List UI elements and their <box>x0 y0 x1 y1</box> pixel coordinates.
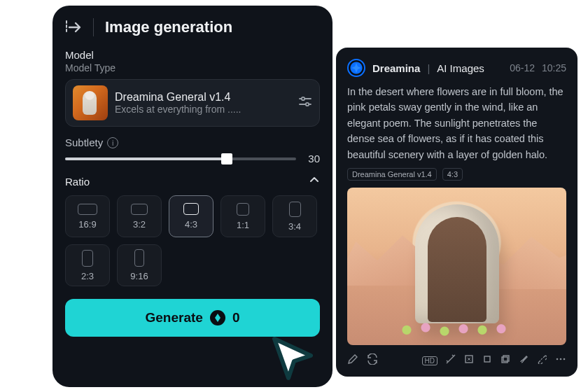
subtlety-label: Subtlety <box>65 136 103 148</box>
app-name: Dreamina <box>372 62 420 74</box>
svg-rect-3 <box>484 356 490 362</box>
expand-icon[interactable] <box>464 354 474 367</box>
brush-icon[interactable] <box>519 354 528 367</box>
credit-icon <box>210 310 225 326</box>
ratio-chip-16-9[interactable]: 16:9 <box>65 195 110 237</box>
prompt-text: In the desert where flowers are in full … <box>347 84 566 162</box>
info-icon[interactable]: i <box>107 137 118 148</box>
ratio-chip-9-16[interactable]: 9:16 <box>117 244 162 286</box>
ratio-chip-label: 9:16 <box>130 271 148 281</box>
svg-point-6 <box>556 358 559 360</box>
image-decor <box>394 316 520 340</box>
ratio-shape-icon <box>237 203 249 216</box>
ratio-label: Ratio <box>65 176 90 188</box>
ratio-chip-1-1[interactable]: 1:1 <box>220 195 265 237</box>
ratio-shape-icon <box>78 204 97 215</box>
svg-point-8 <box>564 358 566 360</box>
section-name: AI Images <box>437 62 484 74</box>
preview-tags: Dreamina General v1.44:3 <box>347 168 566 181</box>
subtlety-row: Subtlety i <box>65 136 320 148</box>
generation-panel: Image generation Model Model Type Dreami… <box>52 6 332 387</box>
model-name: Dreamina General v1.4 <box>115 91 291 104</box>
preview-card: Dreamina | AI Images 06-12 10:25 In the … <box>336 48 578 377</box>
preview-toolbar: HD <box>347 354 566 368</box>
divider <box>93 18 94 36</box>
preview-header: Dreamina | AI Images 06-12 10:25 <box>347 59 566 77</box>
ratio-shape-icon <box>82 250 93 267</box>
svg-point-0 <box>302 97 304 100</box>
generate-button[interactable]: Generate 0 <box>65 299 320 337</box>
meta: 06-12 10:25 <box>510 62 566 74</box>
model-selector[interactable]: Dreamina General v1.4 Excels at everythi… <box>65 79 320 127</box>
wand-icon[interactable] <box>446 354 456 367</box>
chevron-up-icon[interactable] <box>309 174 320 188</box>
ratio-chip-4-3[interactable]: 4:3 <box>169 195 214 237</box>
model-text: Dreamina General v1.4 Excels at everythi… <box>115 91 291 115</box>
model-desc: Excels at everything from ..... <box>115 104 291 115</box>
sliders-icon[interactable] <box>298 95 312 111</box>
ratio-header[interactable]: Ratio <box>65 174 320 188</box>
generated-image[interactable] <box>347 188 566 345</box>
ratio-shape-icon <box>131 204 148 215</box>
subtlety-value: 30 <box>304 153 320 164</box>
preview-tag: 4:3 <box>442 168 463 181</box>
crop-icon[interactable] <box>482 354 492 367</box>
model-label: Model <box>65 49 320 61</box>
svg-point-7 <box>560 358 562 360</box>
edit-icon[interactable] <box>347 354 358 368</box>
slider-thumb[interactable] <box>221 153 232 164</box>
subtlety-slider[interactable]: 30 <box>65 153 320 164</box>
ratio-chip-3-4[interactable]: 3:4 <box>272 195 317 237</box>
ratio-chip-label: 1:1 <box>237 220 249 230</box>
ratio-chip-label: 4:3 <box>185 219 197 230</box>
link-icon[interactable] <box>537 354 547 367</box>
panel-header: Image generation <box>65 18 320 36</box>
slider-fill <box>65 158 227 160</box>
ratio-shape-icon <box>134 249 144 267</box>
ratio-grid: 16:93:24:31:13:42:39:16 <box>65 195 320 286</box>
svg-rect-5 <box>503 356 509 361</box>
slider-track[interactable] <box>65 158 296 160</box>
panel-title: Image generation <box>105 18 232 36</box>
image-decor <box>415 204 499 323</box>
ratio-shape-icon <box>183 203 199 215</box>
regenerate-icon[interactable] <box>367 354 378 368</box>
app-logo-icon <box>347 59 365 77</box>
ratio-chip-label: 16:9 <box>78 219 96 230</box>
more-icon[interactable] <box>555 354 566 367</box>
ratio-chip-2-3[interactable]: 2:3 <box>65 244 110 286</box>
layers-icon[interactable] <box>500 354 510 367</box>
credit-count: 0 <box>232 310 240 326</box>
time: 10:25 <box>542 62 566 74</box>
ratio-chip-label: 2:3 <box>81 271 94 281</box>
generate-label: Generate <box>146 310 203 326</box>
model-thumbnail <box>73 85 108 120</box>
expand-icon[interactable] <box>65 20 82 35</box>
ratio-shape-icon <box>289 202 301 217</box>
hd-badge[interactable]: HD <box>422 356 438 365</box>
svg-point-1 <box>306 103 309 106</box>
svg-rect-4 <box>502 357 507 363</box>
ratio-chip-label: 3:4 <box>288 221 301 232</box>
separator: | <box>427 62 430 74</box>
preview-tag: Dreamina General v1.4 <box>347 168 437 181</box>
date: 06-12 <box>510 62 535 74</box>
cursor-icon <box>270 335 321 385</box>
model-sublabel: Model Type <box>65 62 320 74</box>
ratio-chip-label: 3:2 <box>133 219 146 230</box>
ratio-chip-3-2[interactable]: 3:2 <box>117 195 162 237</box>
